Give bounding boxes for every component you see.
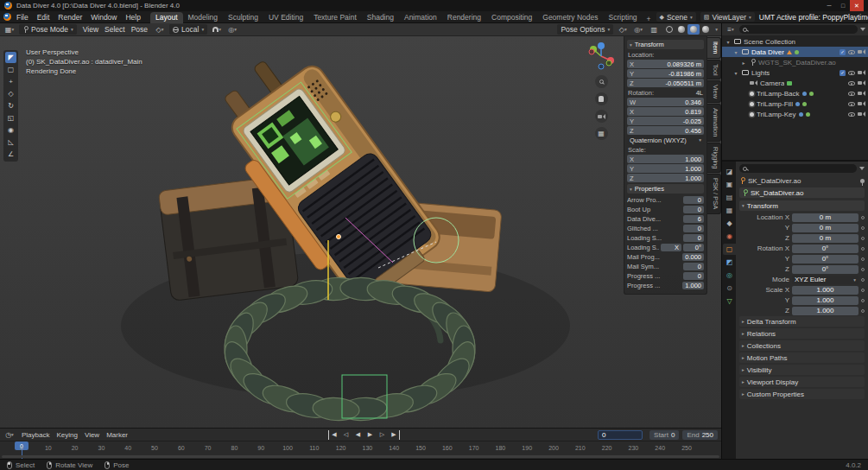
transform-scale-z-field[interactable]: Z1.000 xyxy=(627,174,704,182)
show-overlays-toggle[interactable]: ◎▾ xyxy=(632,24,644,35)
current-frame-field[interactable]: 0 xyxy=(598,430,643,440)
add-workspace-button[interactable]: + xyxy=(643,15,656,23)
object-name-field[interactable]: SK_DataDiver.ao xyxy=(739,187,865,198)
mode-dropdown[interactable]: Pose Mode ▾ xyxy=(19,24,77,35)
n-panel-tab-view[interactable]: View xyxy=(707,80,721,103)
section-collections[interactable]: ▸Collections xyxy=(739,340,865,351)
select-box-tool[interactable]: ▢ xyxy=(5,64,16,75)
timeline-menu-playback[interactable]: Playback xyxy=(19,431,52,439)
animate-decorator[interactable] xyxy=(861,257,865,261)
eye-icon[interactable] xyxy=(848,71,855,75)
previous-keyframe-button[interactable]: ◁ xyxy=(340,430,352,440)
menu-window[interactable]: Window xyxy=(86,13,121,22)
property-value-field[interactable]: 0 m xyxy=(792,213,858,222)
outliner-row[interactable]: Camera xyxy=(722,78,868,88)
transform-location-z-field[interactable]: Z-0.050511 m xyxy=(627,79,704,87)
animate-decorator[interactable] xyxy=(861,247,865,251)
jump-to-end-button[interactable]: ▶ xyxy=(389,430,400,440)
custom-property-value[interactable]: 0.000 xyxy=(682,253,704,261)
eye-icon[interactable] xyxy=(848,112,855,117)
n-panel-tab-animation[interactable]: Animation xyxy=(707,104,721,141)
editor-type-timeline-icon[interactable]: ◷▾ xyxy=(3,429,16,440)
property-value-field[interactable]: 0° xyxy=(792,245,858,253)
rotation-mode-dropdown[interactable]: Quaternion (WXYZ)▾ xyxy=(627,136,704,144)
property-value-field[interactable]: 0° xyxy=(792,255,858,264)
eye-icon[interactable] xyxy=(848,102,855,106)
properties-tab-constraints[interactable]: ⊙ xyxy=(723,283,736,294)
transform-rotation-y-field[interactable]: Y-0.025 xyxy=(627,117,704,125)
transform-scale-x-field[interactable]: X1.000 xyxy=(627,155,704,163)
camera-view-button[interactable] xyxy=(595,110,608,123)
outliner-row[interactable]: ▸WGTS_SK_DataDiver.ao xyxy=(722,57,868,67)
timeline-scrollbar[interactable] xyxy=(2,455,719,458)
section-custom-properties[interactable]: ▸Custom Properties xyxy=(739,389,865,399)
show-gizmo-toggle[interactable]: ◇▾ xyxy=(617,24,629,35)
transform-section-header[interactable]: ▾Transform xyxy=(739,200,865,211)
n-panel-tab-psk-psa[interactable]: PSK / PSA xyxy=(707,174,721,213)
outliner-row[interactable]: ▾Lights✓ xyxy=(722,67,868,78)
custom-property-value[interactable]: 0 xyxy=(683,225,704,232)
timeline-menu-keying[interactable]: Keying xyxy=(54,431,79,439)
property-value-field[interactable]: 1.000 xyxy=(792,286,858,295)
workspace-tab-rendering[interactable]: Rendering xyxy=(442,12,486,23)
editor-type-3d-viewport-icon[interactable]: ▦▾ xyxy=(3,24,16,35)
transform-panel-header[interactable]: ▾Transform xyxy=(627,40,704,49)
transform-rotation-x-field[interactable]: X0.819 xyxy=(627,107,704,116)
scale-tool[interactable]: ◱ xyxy=(5,112,16,124)
menu-edit[interactable]: Edit xyxy=(33,13,54,22)
checkbox-icon[interactable]: ✓ xyxy=(839,49,846,55)
custom-property-value[interactable]: 1.000 xyxy=(682,282,704,289)
properties-search-input[interactable] xyxy=(739,164,857,173)
timeline-ruler[interactable]: 0 01020304050607080901001101201301401501… xyxy=(0,441,721,459)
transform-rotation-z-field[interactable]: Z0.456 xyxy=(627,126,704,135)
workspace-tab-layout[interactable]: Layout xyxy=(150,12,183,23)
custom-property-value[interactable]: 0 xyxy=(683,263,704,270)
proportional-editing-toggle[interactable]: ◎▾ xyxy=(226,24,238,35)
animate-decorator[interactable] xyxy=(861,226,865,230)
viewport-menu-pose[interactable]: Pose xyxy=(129,25,150,34)
checkbox-icon[interactable]: ✓ xyxy=(839,70,846,76)
eye-icon[interactable] xyxy=(848,81,855,86)
viewport-canvas[interactable]: ◤▢+◇↻◱◉◺∠ User Perspective (0) SK_DataDi… xyxy=(0,36,721,428)
pivot-point-dropdown[interactable]: ◇▾ xyxy=(154,24,166,35)
tweak-select-tool[interactable]: ◤ xyxy=(5,52,16,63)
transform-rotation-w-field[interactable]: W0.346 xyxy=(627,98,704,106)
properties-panel-header[interactable]: ▾Properties xyxy=(627,184,704,194)
rotate-tool[interactable]: ↻ xyxy=(5,100,16,111)
expand-caret[interactable]: ▾ xyxy=(732,49,739,55)
properties-tab-render[interactable]: ▣ xyxy=(723,179,736,190)
camera-icon[interactable] xyxy=(858,101,865,106)
xray-toggle[interactable]: ▥ xyxy=(648,24,660,35)
section-delta-transform[interactable]: ▸Delta Transform xyxy=(739,316,865,327)
animate-decorator[interactable] xyxy=(861,289,865,292)
zoom-button[interactable] xyxy=(595,75,608,88)
animate-decorator[interactable] xyxy=(861,216,865,219)
workspace-tab-geometry-nodes[interactable]: Geometry Nodes xyxy=(537,12,603,23)
n-panel-tab-tool[interactable]: Tool xyxy=(707,60,721,80)
expand-caret[interactable]: ▾ xyxy=(732,70,739,76)
transform-tool[interactable]: ◉ xyxy=(5,124,16,136)
properties-tab-object-data[interactable]: ▽ xyxy=(723,295,736,307)
camera-icon[interactable] xyxy=(858,80,865,86)
minimize-button[interactable]: ─ xyxy=(822,0,836,11)
measure-tool[interactable]: ∠ xyxy=(5,149,16,160)
perspective-toggle-button[interactable]: ▦ xyxy=(595,127,608,140)
frame-end-field[interactable]: End 250 xyxy=(682,430,718,440)
viewport-menu-select[interactable]: Select xyxy=(102,25,128,34)
n-panel-tab-item[interactable]: Item xyxy=(707,37,721,59)
workspace-tab-sculpting[interactable]: Sculpting xyxy=(223,12,263,23)
properties-tab-view-layer[interactable]: ▦ xyxy=(723,205,736,216)
animate-decorator[interactable] xyxy=(861,278,865,282)
camera-icon[interactable] xyxy=(858,91,865,96)
breadcrumb-object-name[interactable]: SK_DataDiver.ao xyxy=(748,177,801,185)
menu-file[interactable]: File xyxy=(12,13,33,22)
workspace-tab-compositing[interactable]: Compositing xyxy=(486,12,537,23)
pose-options-dropdown[interactable]: Pose Options ▾ xyxy=(557,24,613,35)
outliner-row[interactable]: ▾Scene Collection xyxy=(722,36,868,47)
property-value-field[interactable]: 0 m xyxy=(792,224,858,232)
move-tool[interactable]: ◇ xyxy=(5,88,16,99)
workspace-tab-shading[interactable]: Shading xyxy=(362,12,399,23)
outliner-search-input[interactable] xyxy=(739,25,858,34)
axis-gizmo[interactable] xyxy=(586,41,616,71)
transform-orientation-dropdown[interactable]: Local ▾ xyxy=(169,24,207,35)
